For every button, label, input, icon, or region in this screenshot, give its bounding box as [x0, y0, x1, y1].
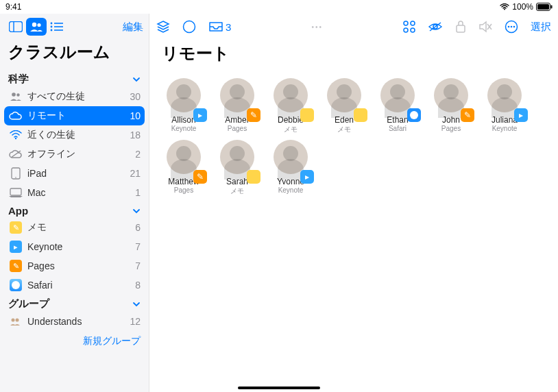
- keynote-icon: ▸: [8, 240, 23, 254]
- section-label: グループ: [8, 297, 49, 310]
- section-header[interactable]: グループ: [0, 295, 149, 312]
- new-group-button[interactable]: 新規グループ: [0, 331, 149, 352]
- student[interactable]: ✎ John Pages: [429, 78, 473, 134]
- svg-rect-20: [10, 188, 21, 195]
- sidebar-item[interactable]: iPad 21: [0, 164, 149, 183]
- group-icon: [8, 315, 23, 328]
- section-header[interactable]: 科学: [0, 70, 149, 87]
- sidebar-item-count: 7: [135, 260, 141, 271]
- student-app: Pages: [228, 125, 247, 132]
- avatar: [274, 140, 308, 174]
- student[interactable]: Sarah メモ: [215, 140, 259, 196]
- sidebar-item[interactable]: ✎ Pages 7: [0, 256, 149, 275]
- sidebar-item-label: iPad: [27, 168, 47, 179]
- memo-icon: ✎: [8, 221, 23, 234]
- battery-icon: [536, 3, 553, 11]
- sidebar-toolbar: 編集: [0, 14, 149, 40]
- content-title: リモート: [149, 40, 558, 73]
- section-label: App: [8, 205, 28, 217]
- sidebar-item-count: 10: [130, 110, 141, 121]
- student-app: Pages: [441, 125, 461, 132]
- student-app: Pages: [174, 186, 193, 194]
- sidebar-item-label: 近くの生徒: [27, 129, 75, 141]
- sidebar-item[interactable]: ▸ Keynote 7: [0, 237, 149, 256]
- sidebar-item[interactable]: Safari 8: [0, 275, 149, 295]
- student[interactable]: ✎ Matthew Pages: [162, 140, 206, 196]
- more-icon[interactable]: [505, 20, 518, 34]
- status-bar: 9:41 100%: [0, 0, 558, 14]
- layers-icon[interactable]: [156, 21, 170, 33]
- content-toolbar: 3 ••• 選択: [149, 14, 558, 40]
- lock-icon[interactable]: [455, 20, 466, 34]
- mac-icon: [8, 186, 23, 199]
- student[interactable]: Eden メモ: [322, 78, 366, 134]
- sidebar-item-count: 7: [135, 241, 141, 252]
- cloud-off-icon: [8, 147, 23, 161]
- app-badge-pages-icon: ✎: [247, 108, 260, 122]
- section-label: 科学: [8, 73, 29, 86]
- cloud-icon: [8, 109, 23, 123]
- svg-point-35: [508, 26, 510, 28]
- svg-rect-31: [457, 25, 465, 32]
- grid-icon[interactable]: [403, 21, 415, 33]
- svg-point-8: [51, 23, 53, 25]
- inbox-icon[interactable]: 3: [208, 21, 231, 33]
- chevron-down-icon: [132, 300, 141, 308]
- ipad-icon: [8, 167, 23, 180]
- status-time: 9:41: [5, 2, 21, 12]
- sidebar-toggle-icon[interactable]: [5, 18, 26, 36]
- student[interactable]: Ethan Safari: [376, 78, 420, 134]
- select-button[interactable]: 選択: [531, 21, 551, 34]
- sidebar-item[interactable]: Understands 12: [0, 312, 149, 331]
- sidebar-item[interactable]: オフライン 2: [0, 145, 149, 164]
- svg-point-0: [504, 9, 505, 10]
- svg-point-37: [513, 26, 515, 28]
- student[interactable]: ▸ Yvonne Keynote: [269, 140, 313, 196]
- battery-text: 100%: [512, 2, 533, 12]
- people-view-icon[interactable]: [26, 18, 47, 36]
- inbox-count: 3: [226, 21, 231, 33]
- pages-icon: ✎: [8, 259, 23, 273]
- app-badge-pages-icon: ✎: [193, 170, 207, 184]
- sidebar-item[interactable]: Mac 1: [0, 183, 149, 202]
- sidebar-item[interactable]: すべての生徒 30: [0, 87, 149, 106]
- student[interactable]: ▸ Allison Keynote: [162, 78, 206, 134]
- sidebar-item-count: 21: [130, 168, 141, 179]
- sidebar-item-label: Mac: [27, 187, 45, 198]
- app-badge-memo-icon: [247, 170, 260, 184]
- avatar: [487, 78, 522, 112]
- avatar: [327, 78, 361, 112]
- eye-off-icon[interactable]: [428, 21, 443, 32]
- svg-point-10: [51, 26, 53, 28]
- svg-point-25: [404, 21, 408, 25]
- app-badge-keynote-icon: ▸: [300, 170, 314, 184]
- svg-point-27: [404, 28, 408, 32]
- svg-point-7: [37, 23, 40, 27]
- svg-point-23: [16, 319, 19, 322]
- compass-icon[interactable]: [182, 20, 196, 34]
- section-header[interactable]: App: [0, 202, 149, 218]
- mute-icon[interactable]: [478, 21, 492, 33]
- svg-rect-2: [537, 4, 549, 10]
- avatar: [274, 78, 308, 112]
- sidebar: 編集 クラスルーム 科学 すべての生徒 30 リモート 10 近くの生徒 18 …: [0, 14, 149, 392]
- avatar: [167, 78, 201, 112]
- sidebar-item[interactable]: 近くの生徒 18: [0, 125, 149, 145]
- svg-rect-3: [551, 5, 553, 9]
- sidebar-item[interactable]: リモート 10: [4, 106, 145, 125]
- app-badge-keynote-icon: ▸: [193, 108, 207, 122]
- sidebar-item[interactable]: ✎ メモ 6: [0, 218, 149, 237]
- svg-rect-4: [10, 22, 23, 32]
- student[interactable]: Debbie メモ: [269, 78, 313, 134]
- student[interactable]: ▸ Juliana Keynote: [483, 78, 526, 134]
- avatar: [220, 140, 254, 174]
- student-app: メモ: [230, 186, 244, 196]
- list-view-icon[interactable]: [47, 18, 67, 36]
- chevron-down-icon: [132, 207, 141, 215]
- student[interactable]: ✎ Amber Pages: [215, 78, 259, 134]
- student-app: Safari: [389, 125, 407, 132]
- sidebar-item-label: Safari: [27, 280, 53, 291]
- edit-button[interactable]: 編集: [123, 21, 143, 34]
- home-indicator: [238, 387, 320, 389]
- svg-point-19: [15, 177, 16, 178]
